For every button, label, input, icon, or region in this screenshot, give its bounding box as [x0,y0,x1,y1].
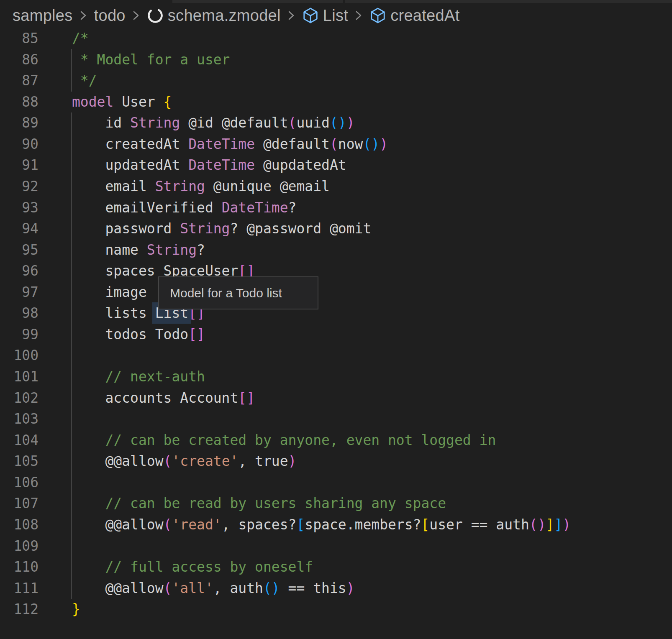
inactive-tab-strip [172,0,672,3]
code-token: String [155,178,205,194]
code-token: } [72,601,80,617]
code-line: 112} [0,599,672,620]
code-token: @default [255,136,330,152]
line-number: 85 [0,28,38,49]
line-number: 109 [0,536,38,557]
line-number: 98 [0,303,38,324]
line-code[interactable]: todos Todo[] [72,324,205,345]
code-token: @@allow [72,516,164,533]
code-token: ) [288,453,297,469]
code-line: 105 @@allow('create', true) [0,451,672,472]
code-line: 86 * Model for a user [0,49,672,71]
line-code[interactable]: password String? @password @omit [72,218,371,240]
line-number: 91 [0,155,38,176]
line-code[interactable]: updatedAt DateTime @updatedAt [72,155,346,176]
line-code[interactable]: id String @id @default(uuid()) [72,112,355,134]
breadcrumb-item-label: todo [94,7,126,25]
line-code[interactable]: * Model for a user [72,49,230,71]
code-line: 103 [0,409,672,430]
code-token: image [72,284,147,300]
code-token: User [113,94,163,110]
code-token: ( [164,516,172,533]
symbol-class-icon [302,7,319,24]
code-line: 96 spaces SpaceUser[] [0,261,672,282]
line-code[interactable]: // full access by oneself [72,557,313,578]
code-token [72,559,105,575]
line-code[interactable]: @@allow('all', auth() == this) [72,578,355,599]
breadcrumb-separator-icon [355,9,362,22]
breadcrumb-item-createdat[interactable]: createdAt [369,7,459,25]
code-token: ) [380,136,388,152]
code-line: 111 @@allow('all', auth() == this) [0,578,672,599]
breadcrumb-item-todo[interactable]: todo [94,7,126,25]
line-code[interactable]: image [72,282,147,303]
breadcrumb-item-list[interactable]: List [302,7,348,25]
line-code[interactable]: // can be created by anyone, even not lo… [72,430,496,451]
code-token: 'read' [172,516,221,533]
line-number: 97 [0,282,38,303]
line-code[interactable]: createdAt DateTime @default(now()) [72,134,388,155]
code-token: ( [330,136,338,152]
hover-tooltip: Model for a Todo list [158,276,318,309]
line-number: 105 [0,451,38,472]
code-token: ? @password @omit [230,220,372,237]
breadcrumb: samplestodoschema.zmodelListcreatedAt [0,3,672,28]
line-code[interactable]: @@allow('read', spaces?[space.members?[u… [72,514,571,536]
code-token [72,495,105,511]
code-line: 90 createdAt DateTime @default(now()) [0,134,672,155]
code-line: 89 id String @id @default(uuid()) [0,112,672,134]
code-token: [] [238,390,255,406]
code-line: 110 // full access by oneself [0,557,672,578]
line-number: 100 [0,345,38,366]
code-line: 92 email String @unique @email [0,176,672,197]
line-code[interactable]: @@allow('create', true) [72,451,296,472]
line-number: 107 [0,493,38,514]
line-number: 92 [0,176,38,197]
loading-icon [147,7,164,24]
code-line: 106 [0,472,672,493]
code-line: 87 */ [0,70,672,92]
code-token: user == auth [429,516,529,533]
code-editor: 85/*86 * Model for a user87 */88model Us… [0,28,672,620]
line-number: 89 [0,112,38,134]
line-code[interactable]: } [72,599,80,620]
code-token: DateTime [188,136,255,152]
code-token: ) [562,516,571,533]
line-code[interactable]: emailVerified DateTime? [72,197,296,219]
line-code[interactable]: /* [72,28,89,49]
code-token: todos [72,326,155,343]
code-token: model [72,94,113,110]
code-line: 97 image [0,282,672,303]
code-token: /* [72,30,89,46]
line-code[interactable]: accounts Account[] [72,388,255,409]
code-token: ? [197,242,205,258]
code-token: @updatedAt [255,157,346,173]
code-line: 108 @@allow('read', spaces?[space.member… [0,514,672,536]
line-code[interactable]: model User { [72,92,172,113]
tab-bar-edge [0,0,672,3]
code-token: Todo [155,326,188,343]
line-code[interactable]: email String @unique @email [72,176,330,197]
code-token: DateTime [222,199,288,216]
breadcrumb-item-label: createdAt [390,7,459,25]
breadcrumb-item-label: samples [13,7,73,25]
code-token: [ [296,516,305,533]
line-code[interactable]: name String? [72,240,205,261]
breadcrumb-item-samples[interactable]: samples [13,7,73,25]
line-number: 110 [0,557,38,578]
code-token: * Model for a user [72,51,230,68]
line-code[interactable]: // can be read by users sharing any spac… [72,493,446,514]
line-number: 112 [0,599,38,620]
indent-guide [71,112,72,599]
line-code[interactable]: // next-auth [72,366,205,388]
line-code[interactable]: */ [72,70,97,92]
code-token: ? [288,199,297,216]
code-token: ( [288,115,297,131]
breadcrumb-item-schema-zmodel[interactable]: schema.zmodel [147,7,281,25]
code-token: , spaces? [222,516,297,533]
code-token: ] [546,516,554,533]
code-line: 93 emailVerified DateTime? [0,197,672,219]
code-token: email [72,178,155,194]
code-line: 100 [0,345,672,366]
code-token: , true [238,453,288,469]
